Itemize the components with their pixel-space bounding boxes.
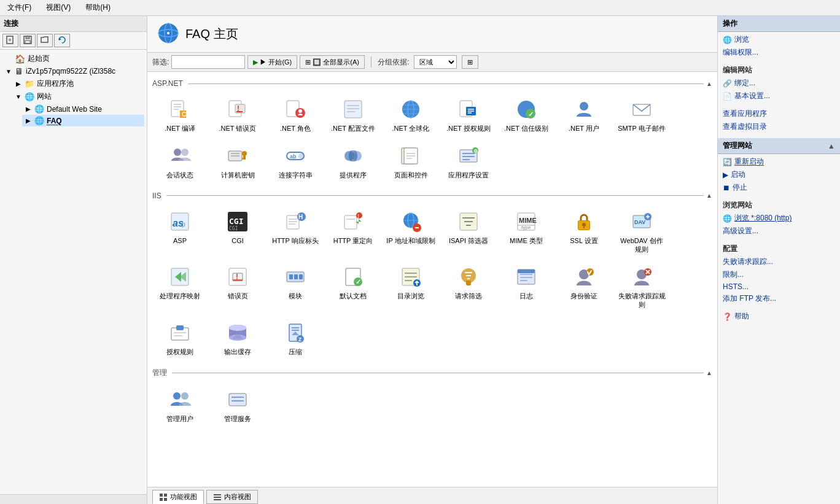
menu-file[interactable]: 文件(F) xyxy=(5,1,34,14)
icon-isapi-filter[interactable]: ISAPI 筛选器 xyxy=(441,205,496,258)
icon-provider[interactable]: 提供程序 xyxy=(325,139,381,184)
manage-site-collapse-btn[interactable]: ▲ xyxy=(828,142,835,150)
icon-ip-domain[interactable]: IP 地址和域限制 xyxy=(383,205,438,258)
right-link-browse-8080[interactable]: 🌐 浏览 *:8080 (http) xyxy=(718,212,840,225)
icon-mime[interactable]: MIME .type MIME 类型 xyxy=(499,205,554,258)
svg-text:⚙: ⚙ xyxy=(473,149,478,154)
sidebar-save-btn[interactable] xyxy=(20,34,36,47)
icon-auth[interactable]: 身份验证 xyxy=(556,260,612,314)
icon-pages[interactable]: 页面和控件 xyxy=(383,139,438,184)
icon-net-config[interactable]: .NET 配置文件 xyxy=(325,93,381,137)
right-link-hsts[interactable]: HSTS... xyxy=(718,281,840,292)
icon-net-auth[interactable]: .NET 授权规则 xyxy=(441,93,496,137)
right-link-add-ftp[interactable]: 添加 FTP 发布... xyxy=(718,292,840,305)
sidebar-new-btn[interactable] xyxy=(2,34,18,47)
tree-toggle-faq[interactable]: ▶ xyxy=(25,117,32,124)
right-link-browse[interactable]: 🌐 浏览 xyxy=(718,33,840,46)
icon-net-global[interactable]: .NET 全球化 xyxy=(383,93,438,137)
right-link-basic-settings[interactable]: 📄 基本设置... xyxy=(718,90,840,103)
icon-default-doc[interactable]: ✓ 默认文档 xyxy=(325,260,381,314)
icon-logging[interactable]: 日志 xyxy=(499,260,554,314)
sidebar-open-btn[interactable] xyxy=(37,34,53,47)
menu-view[interactable]: 视图(V) xyxy=(44,1,73,14)
tree-item-apppool[interactable]: ▶ 📁 应用程序池 xyxy=(12,77,144,90)
icon-mgmt-users[interactable]: 管理用户 xyxy=(152,383,208,427)
tree-toggle-server[interactable]: ▼ xyxy=(5,68,12,75)
icon-session[interactable]: 会话状态 xyxy=(152,139,208,184)
right-link-view-vdirs[interactable]: 查看虚拟目录 xyxy=(718,120,840,133)
section-manage-collapse[interactable]: ▲ xyxy=(706,370,712,376)
tree-toggle-default-web[interactable]: ▶ xyxy=(25,106,32,112)
icon-smtp[interactable]: SMTP 电子邮件 xyxy=(614,93,669,137)
view-mode-button[interactable]: ⊞ xyxy=(462,55,478,69)
icon-request-filter[interactable]: 请求筛选 xyxy=(441,260,496,314)
right-gap-1 xyxy=(718,59,840,64)
right-link-advanced[interactable]: 高级设置... xyxy=(718,225,840,238)
icon-http-redirect[interactable]: ! HTTP 重定向 xyxy=(325,205,381,258)
right-link-start[interactable]: ▶ 启动 xyxy=(718,168,840,181)
icon-modules[interactable]: 模块 xyxy=(268,260,323,314)
icon-ssl[interactable]: SSL 设置 xyxy=(556,205,612,258)
icon-compress[interactable]: z 压缩 xyxy=(268,316,323,360)
start-button[interactable]: ▶ ▶ 开始(G) xyxy=(247,55,297,69)
section-aspnet-collapse[interactable]: ▲ xyxy=(706,80,712,87)
icon-output-cache[interactable]: 输出缓存 xyxy=(210,316,265,360)
svg-point-157 xyxy=(181,392,189,400)
tree-item-websites[interactable]: ▼ 🌐 网站 xyxy=(12,90,144,103)
icon-cgi[interactable]: CGI CGI CGI xyxy=(210,205,265,258)
right-gap-6 xyxy=(718,305,840,310)
section-iis-collapse[interactable]: ▲ xyxy=(706,192,712,199)
right-link-restart[interactable]: 🔄 重新启动 xyxy=(718,155,840,168)
icon-authz[interactable]: 授权规则 xyxy=(152,316,208,360)
icon-connstr[interactable]: ab 连接字符串 xyxy=(268,139,323,184)
menu-help[interactable]: 帮助(H) xyxy=(83,1,113,14)
icon-mgmt-svc[interactable]: 管理服务 xyxy=(210,383,265,427)
icon-error-pages-img: ! xyxy=(225,265,250,289)
feature-view-button[interactable]: 功能视图 xyxy=(152,490,204,504)
icon-appconfig[interactable]: ⚙ 应用程序设置 xyxy=(441,139,496,184)
right-link-help[interactable]: ❓ 帮助 xyxy=(718,310,840,323)
tree-toggle-apppool[interactable]: ▶ xyxy=(15,80,22,87)
tree-toggle-websites[interactable]: ▼ xyxy=(15,93,22,100)
sidebar-refresh-btn[interactable] xyxy=(54,34,70,47)
right-link-limits[interactable]: 限制... xyxy=(718,268,840,281)
svg-text:✓: ✓ xyxy=(528,110,534,118)
tree-item-server[interactable]: ▼ 🖥 iZv1p57pqm9522Z (iZl358c xyxy=(2,65,144,77)
icon-machinekey[interactable]: 计算机密钥 xyxy=(210,139,265,184)
icon-failed-req-label: 失败请求跟踪规则 xyxy=(617,292,666,309)
show-all-button[interactable]: ⊞ 🔲 全部显示(A) xyxy=(300,55,365,69)
right-link-bind[interactable]: 🔗 绑定... xyxy=(718,77,840,90)
icon-request-filter-label: 请求筛选 xyxy=(455,292,482,300)
right-link-view-apps[interactable]: 查看应用程序 xyxy=(718,107,840,120)
icon-handler[interactable]: 处理程序映射 xyxy=(152,260,208,314)
tree-item-start[interactable]: 🏠 起始页 xyxy=(2,52,144,65)
svg-text:.type: .type xyxy=(520,225,531,230)
icon-webdav[interactable]: DAV WebDAV 创作规则 xyxy=(614,205,669,258)
section-iis-line xyxy=(166,195,704,196)
icon-http-response[interactable]: H HTTP 响应标头 xyxy=(268,205,323,258)
icon-webdav-label: WebDAV 创作规则 xyxy=(617,236,666,254)
icon-net-error[interactable]: ! .NET 错误页 xyxy=(210,93,265,137)
right-link-failed-trace[interactable]: 失败请求跟踪... xyxy=(718,255,840,268)
icon-error-pages[interactable]: ! 错误页 xyxy=(210,260,265,314)
icon-failed-req-img xyxy=(629,265,654,289)
tree-item-default-web[interactable]: ▶ 🌐 Default Web Site xyxy=(22,103,144,115)
content-view-button[interactable]: 内容视图 xyxy=(206,490,258,504)
icon-smtp-label: SMTP 电子邮件 xyxy=(618,124,665,133)
icon-net-compile[interactable]: C .NET 编译 xyxy=(152,93,208,137)
tree-item-faq[interactable]: ▶ 🌐 FAQ xyxy=(22,115,144,126)
filter-input[interactable] xyxy=(171,55,245,69)
icon-asp[interactable]: as p ASP xyxy=(152,205,208,258)
icon-net-trust-label: .NET 信任级别 xyxy=(504,124,548,133)
svg-rect-164 xyxy=(164,498,167,501)
right-link-edit-perms[interactable]: 编辑权限... xyxy=(718,46,840,59)
tree-label-server: iZv1p57pqm9522Z (iZl358c xyxy=(26,67,115,76)
right-link-stop[interactable]: ⏹ 停止 xyxy=(718,181,840,194)
icon-failed-req[interactable]: 失败请求跟踪规则 xyxy=(614,260,669,314)
icon-net-user[interactable]: .NET 用户 xyxy=(556,93,612,137)
icon-net-trust[interactable]: ✓ .NET 信任级别 xyxy=(499,93,554,137)
group-select[interactable]: 区域 xyxy=(414,55,457,69)
icon-net-role[interactable]: .NET 角色 xyxy=(268,93,323,137)
icon-dir-browse[interactable]: 目录浏览 xyxy=(383,260,438,314)
svg-rect-23 xyxy=(344,101,362,118)
